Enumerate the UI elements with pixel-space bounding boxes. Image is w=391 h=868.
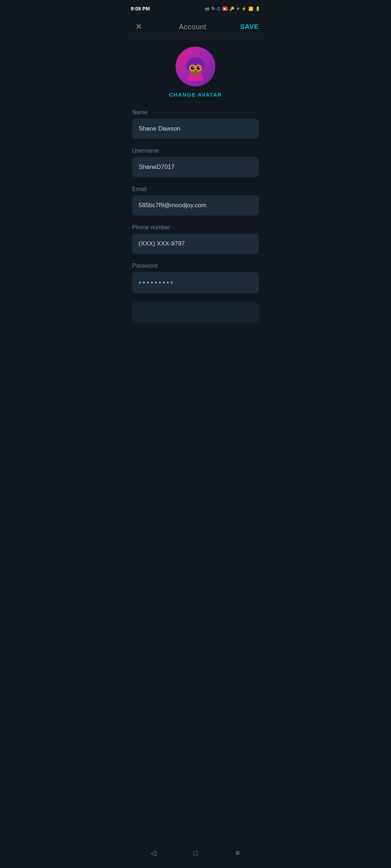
username-input[interactable] bbox=[132, 157, 259, 177]
google-icon: G bbox=[217, 6, 220, 12]
change-avatar-button[interactable]: CHANGE AVATAR bbox=[169, 92, 222, 98]
name-label: Name bbox=[132, 109, 259, 116]
wifi-icon: 📶 bbox=[248, 7, 253, 11]
rotate-icon: ↻ bbox=[211, 6, 215, 11]
status-time: 9:09 PM bbox=[131, 6, 150, 12]
menu-button[interactable]: ≡ bbox=[230, 845, 246, 861]
svg-point-12 bbox=[199, 67, 200, 68]
partial-field-group bbox=[132, 302, 259, 323]
bottom-nav: ◁ □ ≡ bbox=[125, 839, 266, 868]
record-icon: ▶ bbox=[222, 7, 228, 11]
password-input[interactable] bbox=[132, 272, 259, 293]
close-button[interactable]: ✕ bbox=[132, 20, 145, 33]
email-input[interactable] bbox=[132, 195, 259, 216]
email-field-group: Email bbox=[132, 186, 259, 216]
back-button[interactable]: ◁ bbox=[145, 845, 161, 861]
save-button[interactable]: SAVE bbox=[240, 23, 259, 31]
flash-icon: ⚡ bbox=[241, 7, 247, 11]
name-field-group: Name bbox=[132, 109, 259, 139]
home-button[interactable]: □ bbox=[188, 845, 203, 861]
main-content: CHANGE AVATAR Name Username Email Phone … bbox=[125, 38, 266, 359]
status-bar: 9:09 PM 📹 ↻ G ▶ 🔑 ✳ ⚡ 📶 🔋 bbox=[125, 0, 266, 16]
avatar-section: CHANGE AVATAR bbox=[132, 47, 259, 98]
key-icon: 🔑 bbox=[230, 7, 235, 11]
avatar-image bbox=[181, 52, 210, 81]
avatar[interactable] bbox=[176, 47, 215, 86]
svg-point-11 bbox=[193, 67, 194, 68]
phone-input[interactable] bbox=[132, 234, 259, 254]
svg-point-13 bbox=[195, 70, 196, 71]
bluetooth-icon: ✳ bbox=[236, 7, 240, 11]
battery-icon: 🔋 bbox=[255, 7, 260, 11]
partial-input-preview[interactable] bbox=[132, 302, 259, 323]
email-label: Email bbox=[132, 186, 259, 192]
username-field-group: Username bbox=[132, 148, 259, 177]
phone-field-group: Phone number bbox=[132, 224, 259, 254]
username-label: Username bbox=[132, 148, 259, 154]
phone-label: Phone number bbox=[132, 224, 259, 231]
name-input[interactable] bbox=[132, 119, 259, 139]
password-label: Password bbox=[132, 263, 259, 269]
nav-bar: ✕ Account SAVE bbox=[125, 16, 266, 38]
password-field-group: Password bbox=[132, 263, 259, 293]
video-camera-icon: 📹 bbox=[204, 6, 210, 11]
page-title: Account bbox=[179, 23, 206, 31]
status-icons-group: 📹 ↻ G ▶ 🔑 ✳ ⚡ 📶 🔋 bbox=[204, 6, 260, 12]
